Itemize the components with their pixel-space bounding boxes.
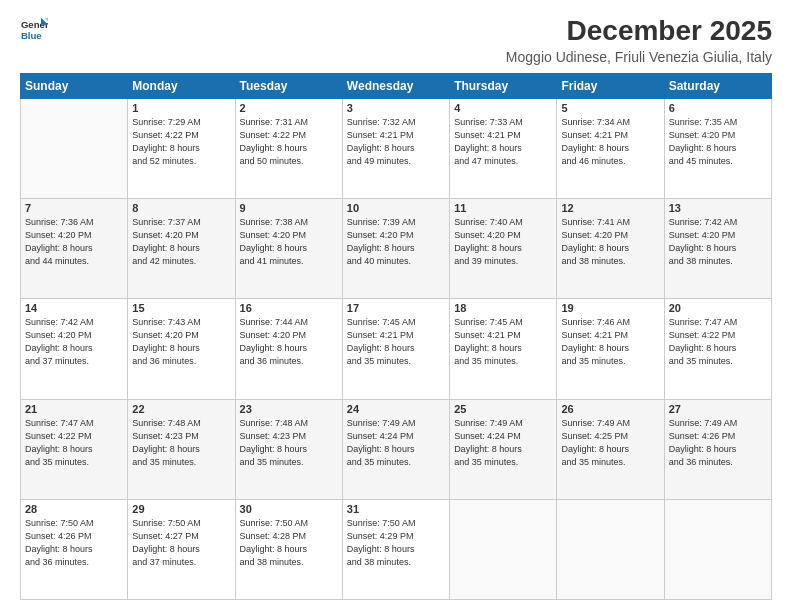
table-row: 29Sunrise: 7:50 AM Sunset: 4:27 PM Dayli…	[128, 499, 235, 599]
table-row: 2Sunrise: 7:31 AM Sunset: 4:22 PM Daylig…	[235, 98, 342, 198]
header: General Blue December 2025 Moggio Udines…	[20, 16, 772, 65]
table-row: 31Sunrise: 7:50 AM Sunset: 4:29 PM Dayli…	[342, 499, 449, 599]
table-row	[450, 499, 557, 599]
table-row	[21, 98, 128, 198]
table-row: 6Sunrise: 7:35 AM Sunset: 4:20 PM Daylig…	[664, 98, 771, 198]
calendar-week-row: 21Sunrise: 7:47 AM Sunset: 4:22 PM Dayli…	[21, 399, 772, 499]
table-row: 12Sunrise: 7:41 AM Sunset: 4:20 PM Dayli…	[557, 199, 664, 299]
day-info: Sunrise: 7:32 AM Sunset: 4:21 PM Dayligh…	[347, 116, 445, 168]
calendar-week-row: 14Sunrise: 7:42 AM Sunset: 4:20 PM Dayli…	[21, 299, 772, 399]
logo: General Blue	[20, 16, 48, 44]
day-number: 30	[240, 503, 338, 515]
day-number: 4	[454, 102, 552, 114]
day-info: Sunrise: 7:45 AM Sunset: 4:21 PM Dayligh…	[454, 316, 552, 368]
day-info: Sunrise: 7:50 AM Sunset: 4:28 PM Dayligh…	[240, 517, 338, 569]
table-row: 24Sunrise: 7:49 AM Sunset: 4:24 PM Dayli…	[342, 399, 449, 499]
day-info: Sunrise: 7:36 AM Sunset: 4:20 PM Dayligh…	[25, 216, 123, 268]
calendar-week-row: 1Sunrise: 7:29 AM Sunset: 4:22 PM Daylig…	[21, 98, 772, 198]
day-info: Sunrise: 7:39 AM Sunset: 4:20 PM Dayligh…	[347, 216, 445, 268]
col-thursday: Thursday	[450, 73, 557, 98]
day-number: 17	[347, 302, 445, 314]
day-number: 20	[669, 302, 767, 314]
day-info: Sunrise: 7:47 AM Sunset: 4:22 PM Dayligh…	[25, 417, 123, 469]
day-number: 19	[561, 302, 659, 314]
day-info: Sunrise: 7:35 AM Sunset: 4:20 PM Dayligh…	[669, 116, 767, 168]
day-number: 9	[240, 202, 338, 214]
day-info: Sunrise: 7:29 AM Sunset: 4:22 PM Dayligh…	[132, 116, 230, 168]
day-info: Sunrise: 7:33 AM Sunset: 4:21 PM Dayligh…	[454, 116, 552, 168]
subtitle: Moggio Udinese, Friuli Venezia Giulia, I…	[506, 49, 772, 65]
day-info: Sunrise: 7:49 AM Sunset: 4:24 PM Dayligh…	[454, 417, 552, 469]
day-number: 14	[25, 302, 123, 314]
col-sunday: Sunday	[21, 73, 128, 98]
col-friday: Friday	[557, 73, 664, 98]
day-info: Sunrise: 7:49 AM Sunset: 4:24 PM Dayligh…	[347, 417, 445, 469]
table-row: 15Sunrise: 7:43 AM Sunset: 4:20 PM Dayli…	[128, 299, 235, 399]
day-info: Sunrise: 7:48 AM Sunset: 4:23 PM Dayligh…	[132, 417, 230, 469]
table-row: 28Sunrise: 7:50 AM Sunset: 4:26 PM Dayli…	[21, 499, 128, 599]
day-number: 7	[25, 202, 123, 214]
day-info: Sunrise: 7:47 AM Sunset: 4:22 PM Dayligh…	[669, 316, 767, 368]
table-row: 30Sunrise: 7:50 AM Sunset: 4:28 PM Dayli…	[235, 499, 342, 599]
day-info: Sunrise: 7:34 AM Sunset: 4:21 PM Dayligh…	[561, 116, 659, 168]
table-row: 11Sunrise: 7:40 AM Sunset: 4:20 PM Dayli…	[450, 199, 557, 299]
page: General Blue December 2025 Moggio Udines…	[0, 0, 792, 612]
logo-icon: General Blue	[20, 16, 48, 44]
calendar-week-row: 28Sunrise: 7:50 AM Sunset: 4:26 PM Dayli…	[21, 499, 772, 599]
day-info: Sunrise: 7:42 AM Sunset: 4:20 PM Dayligh…	[25, 316, 123, 368]
table-row: 23Sunrise: 7:48 AM Sunset: 4:23 PM Dayli…	[235, 399, 342, 499]
table-row: 25Sunrise: 7:49 AM Sunset: 4:24 PM Dayli…	[450, 399, 557, 499]
calendar-header-row: Sunday Monday Tuesday Wednesday Thursday…	[21, 73, 772, 98]
day-number: 6	[669, 102, 767, 114]
table-row: 1Sunrise: 7:29 AM Sunset: 4:22 PM Daylig…	[128, 98, 235, 198]
day-number: 12	[561, 202, 659, 214]
day-number: 18	[454, 302, 552, 314]
col-saturday: Saturday	[664, 73, 771, 98]
day-number: 8	[132, 202, 230, 214]
table-row	[557, 499, 664, 599]
table-row: 3Sunrise: 7:32 AM Sunset: 4:21 PM Daylig…	[342, 98, 449, 198]
day-info: Sunrise: 7:50 AM Sunset: 4:27 PM Dayligh…	[132, 517, 230, 569]
table-row: 9Sunrise: 7:38 AM Sunset: 4:20 PM Daylig…	[235, 199, 342, 299]
day-number: 10	[347, 202, 445, 214]
day-number: 29	[132, 503, 230, 515]
day-info: Sunrise: 7:41 AM Sunset: 4:20 PM Dayligh…	[561, 216, 659, 268]
table-row: 22Sunrise: 7:48 AM Sunset: 4:23 PM Dayli…	[128, 399, 235, 499]
table-row: 13Sunrise: 7:42 AM Sunset: 4:20 PM Dayli…	[664, 199, 771, 299]
day-number: 15	[132, 302, 230, 314]
col-tuesday: Tuesday	[235, 73, 342, 98]
day-number: 1	[132, 102, 230, 114]
table-row: 20Sunrise: 7:47 AM Sunset: 4:22 PM Dayli…	[664, 299, 771, 399]
svg-text:Blue: Blue	[21, 30, 42, 41]
col-wednesday: Wednesday	[342, 73, 449, 98]
day-number: 3	[347, 102, 445, 114]
table-row: 19Sunrise: 7:46 AM Sunset: 4:21 PM Dayli…	[557, 299, 664, 399]
day-info: Sunrise: 7:42 AM Sunset: 4:20 PM Dayligh…	[669, 216, 767, 268]
day-info: Sunrise: 7:49 AM Sunset: 4:26 PM Dayligh…	[669, 417, 767, 469]
table-row: 4Sunrise: 7:33 AM Sunset: 4:21 PM Daylig…	[450, 98, 557, 198]
table-row: 8Sunrise: 7:37 AM Sunset: 4:20 PM Daylig…	[128, 199, 235, 299]
main-title: December 2025	[506, 16, 772, 47]
day-info: Sunrise: 7:37 AM Sunset: 4:20 PM Dayligh…	[132, 216, 230, 268]
table-row: 14Sunrise: 7:42 AM Sunset: 4:20 PM Dayli…	[21, 299, 128, 399]
day-number: 31	[347, 503, 445, 515]
col-monday: Monday	[128, 73, 235, 98]
day-number: 26	[561, 403, 659, 415]
day-number: 21	[25, 403, 123, 415]
day-info: Sunrise: 7:31 AM Sunset: 4:22 PM Dayligh…	[240, 116, 338, 168]
day-number: 13	[669, 202, 767, 214]
table-row: 27Sunrise: 7:49 AM Sunset: 4:26 PM Dayli…	[664, 399, 771, 499]
day-number: 28	[25, 503, 123, 515]
day-info: Sunrise: 7:43 AM Sunset: 4:20 PM Dayligh…	[132, 316, 230, 368]
table-row: 26Sunrise: 7:49 AM Sunset: 4:25 PM Dayli…	[557, 399, 664, 499]
table-row: 10Sunrise: 7:39 AM Sunset: 4:20 PM Dayli…	[342, 199, 449, 299]
day-number: 22	[132, 403, 230, 415]
table-row: 7Sunrise: 7:36 AM Sunset: 4:20 PM Daylig…	[21, 199, 128, 299]
table-row	[664, 499, 771, 599]
day-info: Sunrise: 7:44 AM Sunset: 4:20 PM Dayligh…	[240, 316, 338, 368]
day-info: Sunrise: 7:50 AM Sunset: 4:29 PM Dayligh…	[347, 517, 445, 569]
table-row: 5Sunrise: 7:34 AM Sunset: 4:21 PM Daylig…	[557, 98, 664, 198]
table-row: 16Sunrise: 7:44 AM Sunset: 4:20 PM Dayli…	[235, 299, 342, 399]
day-number: 16	[240, 302, 338, 314]
title-section: December 2025 Moggio Udinese, Friuli Ven…	[506, 16, 772, 65]
